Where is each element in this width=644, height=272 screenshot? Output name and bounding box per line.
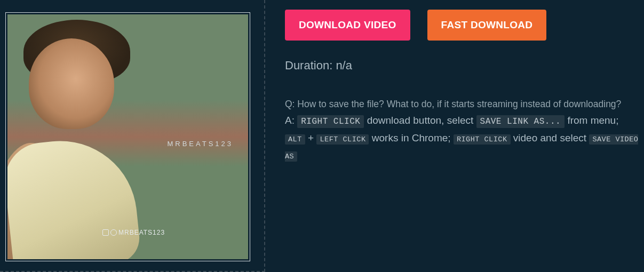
watermark-text-top: MRBEATS123 bbox=[167, 140, 233, 148]
video-thumbnail[interactable]: MRBEATS123 MRBEATS123 bbox=[7, 14, 248, 259]
faq-question: Q: How to save the file? What to do, if … bbox=[285, 96, 639, 112]
circle-icon bbox=[110, 229, 117, 236]
thumbnail-dashed-container: MRBEATS123 MRBEATS123 bbox=[0, 0, 265, 272]
fast-download-button[interactable]: FAST DOWNLOAD bbox=[427, 10, 547, 41]
kbd-right-click-2: RIGHT CLICK bbox=[454, 134, 511, 145]
kbd-left-click: LEFT CLICK bbox=[316, 134, 369, 145]
download-video-button[interactable]: DOWNLOAD VIDEO bbox=[285, 10, 410, 41]
instagram-icon bbox=[102, 229, 109, 236]
duration-label: Duration: n/a bbox=[285, 59, 639, 73]
kbd-save-link-as: SAVE LINK AS... bbox=[476, 115, 565, 128]
faq-answer: A: RIGHT CLICK download button, select S… bbox=[285, 112, 639, 164]
kbd-right-click: RIGHT CLICK bbox=[297, 115, 364, 128]
watermark-text-bottom: MRBEATS123 bbox=[102, 229, 165, 236]
faq-block: Q: How to save the file? What to do, if … bbox=[285, 96, 639, 164]
kbd-alt: ALT bbox=[285, 134, 305, 145]
button-row: DOWNLOAD VIDEO FAST DOWNLOAD bbox=[285, 10, 639, 41]
thumbnail-frame[interactable]: MRBEATS123 MRBEATS123 bbox=[5, 12, 250, 261]
